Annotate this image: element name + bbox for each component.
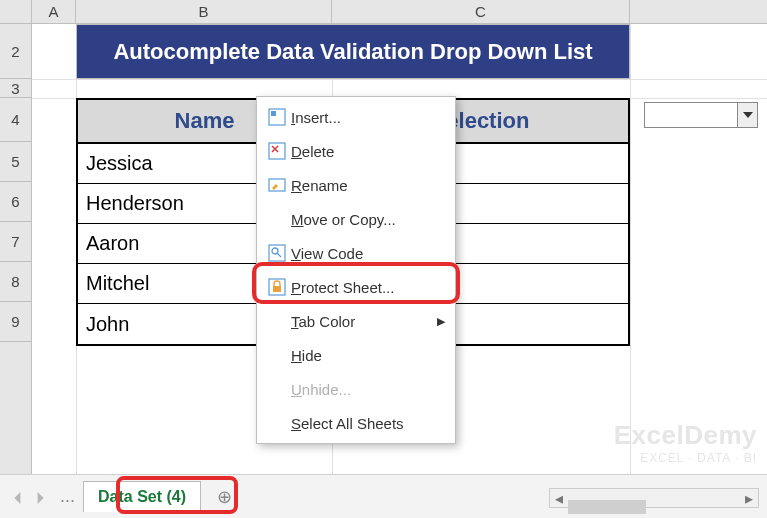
col-header-B[interactable]: B (76, 0, 332, 23)
row-headers: 2 3 4 5 6 7 8 9 (0, 24, 32, 474)
sheet-context-menu: Insert... Delete Rename Move or Copy... … (256, 96, 456, 444)
sheet-tab-active[interactable]: Data Set (4) (83, 481, 201, 512)
svg-line-8 (277, 253, 281, 257)
scroll-left-icon[interactable]: ◂ (550, 489, 568, 507)
dropdown-button[interactable] (737, 103, 757, 127)
column-headers: A B C (0, 0, 767, 24)
row-header-3[interactable]: 3 (0, 79, 31, 98)
tab-nav-prev[interactable] (12, 490, 26, 504)
chevron-down-icon (743, 112, 753, 118)
menu-label: Rename (291, 177, 445, 194)
submenu-arrow-icon: ▶ (437, 315, 445, 328)
protect-icon (263, 278, 291, 296)
row-header-8[interactable]: 8 (0, 262, 31, 302)
menu-delete[interactable]: Delete (257, 134, 455, 168)
menu-label: Move or Copy... (291, 211, 445, 228)
menu-label: Hide (291, 347, 445, 364)
menu-unhide: Unhide... (257, 372, 455, 406)
delete-icon (263, 142, 291, 160)
row-header-7[interactable]: 7 (0, 222, 31, 262)
menu-tab-color[interactable]: Tab Color ▶ (257, 304, 455, 338)
page-title: Autocomplete Data Validation Drop Down L… (76, 24, 630, 79)
menu-hide[interactable]: Hide (257, 338, 455, 372)
tab-nav-next[interactable] (34, 490, 48, 504)
menu-label: Tab Color (291, 313, 437, 330)
rename-icon (263, 176, 291, 194)
menu-label: Unhide... (291, 381, 445, 398)
select-all-corner[interactable] (0, 0, 32, 23)
dropdown-input[interactable] (645, 103, 737, 127)
col-header-A[interactable]: A (32, 0, 76, 23)
view-code-icon (263, 244, 291, 262)
menu-select-all-sheets[interactable]: Select All Sheets (257, 406, 455, 440)
scroll-right-icon[interactable]: ▸ (740, 489, 758, 507)
menu-protect-sheet[interactable]: Protect Sheet... (257, 270, 455, 304)
sheet-tab-bar: ... Data Set (4) ⊕ ◂ ▸ (0, 474, 767, 518)
insert-icon (263, 108, 291, 126)
horizontal-scrollbar[interactable]: ◂ ▸ (549, 488, 759, 508)
row-header-5[interactable]: 5 (0, 142, 31, 182)
tab-overflow[interactable]: ... (60, 486, 75, 507)
row-header-2[interactable]: 2 (0, 24, 31, 79)
svg-rect-10 (273, 286, 281, 292)
menu-label: Insert... (291, 109, 445, 126)
menu-insert[interactable]: Insert... (257, 100, 455, 134)
menu-label: Protect Sheet... (291, 279, 445, 296)
dropdown-combobox[interactable] (644, 102, 758, 128)
row-header-4[interactable]: 4 (0, 98, 31, 142)
row-header-6[interactable]: 6 (0, 182, 31, 222)
svg-rect-1 (271, 111, 276, 116)
menu-label: View Code (291, 245, 445, 262)
watermark: ExcelDemy EXCEL · DATA · BI (614, 420, 757, 465)
menu-rename[interactable]: Rename (257, 168, 455, 202)
scroll-thumb[interactable] (568, 500, 646, 514)
new-sheet-button[interactable]: ⊕ (211, 484, 237, 510)
menu-view-code[interactable]: View Code (257, 236, 455, 270)
menu-label: Delete (291, 143, 445, 160)
menu-move-copy[interactable]: Move or Copy... (257, 202, 455, 236)
col-header-C[interactable]: C (332, 0, 630, 23)
row-header-9[interactable]: 9 (0, 302, 31, 342)
menu-label: Select All Sheets (291, 415, 445, 432)
